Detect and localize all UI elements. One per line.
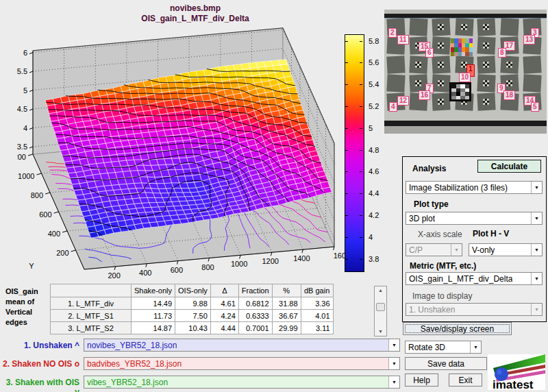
table-cell: 29.99: [272, 322, 301, 334]
svg-text:4: 4: [23, 124, 27, 132]
save-data-label: Save data: [427, 359, 464, 369]
table-cell: 3. L_MTF_S2: [51, 322, 132, 334]
registration-mark: [506, 61, 512, 67]
table-row: 1. L_MTF_div14.499.884.610.681231.883.36: [51, 297, 334, 310]
surface-plot-svg: 2004006008001000120014001600200400600800…: [17, 27, 345, 286]
roi-marker-11: 11: [397, 35, 409, 45]
table-cell: 0.7001: [238, 322, 272, 334]
svg-text:400: 400: [48, 230, 60, 238]
chart-square: [477, 74, 496, 92]
file-row-unshaken: 1. Unshaken ^ novibes_YBR52_18.json ▼: [0, 339, 401, 352]
colorbar-tick: [345, 193, 348, 194]
svg-text:800: 800: [201, 263, 214, 271]
table-cell: 3.11: [301, 322, 333, 334]
plot-type-label: Plot type: [414, 199, 449, 209]
svg-text:5: 5: [23, 86, 27, 95]
imatest-logo-graphic: imatest: [488, 354, 545, 390]
colorbar-tick-label: 4: [369, 233, 373, 241]
chevron-down-icon[interactable]: ▼: [388, 339, 399, 351]
plot-type-select[interactable]: 3D plot ▼: [406, 212, 543, 225]
table-header: OIS-only: [175, 284, 211, 297]
chart-square: [432, 74, 450, 92]
metric-select[interactable]: OIS_gain_L_MTF_div_Delta ▼: [406, 272, 543, 285]
table-cell: 11.73: [132, 310, 175, 322]
rotate-3d-select[interactable]: Rotate 3D ▼: [405, 341, 482, 354]
calculate-button[interactable]: Calculate: [477, 160, 541, 173]
save-data-button[interactable]: Save data: [405, 357, 487, 370]
chevron-down-icon[interactable]: ▼: [531, 304, 542, 315]
results-table: Shake-onlyOIS-onlyΔFraction%dB gain1. L_…: [50, 284, 334, 334]
table-header: Fraction: [238, 284, 272, 297]
roi-marker-10: 10: [459, 73, 471, 82]
chart-bottom-strip: [384, 126, 547, 134]
chart-square: [477, 36, 496, 54]
exit-button[interactable]: Exit: [449, 373, 482, 387]
chevron-down-icon[interactable]: ▼: [451, 244, 462, 256]
registration-mark: [483, 23, 489, 29]
scroll-up-icon[interactable]: ▲: [375, 286, 386, 295]
chart-square: [409, 56, 427, 73]
rotate-3d-value: Rotate 3D: [408, 343, 445, 352]
registration-mark: [461, 23, 467, 29]
table-cell: 10.43: [175, 322, 211, 334]
chart-square: [432, 56, 450, 73]
colorbar-tick-label: 5.2: [369, 102, 379, 110]
registration-mark: [483, 98, 489, 104]
file-select-unshaken[interactable]: novibes_YBR52_18.json ▼: [84, 339, 400, 352]
svg-text:600: 600: [39, 210, 51, 219]
chart-square: [386, 56, 405, 73]
analysis-panel: Analysis Image Stabilization (3 files) ▼…: [402, 156, 547, 322]
scrollbar-thumb[interactable]: [376, 303, 385, 311]
figure-title-line2: OIS_gain_L_MTF_div_Delta: [38, 14, 353, 24]
colorbar-tick-label: 4.4: [369, 189, 379, 197]
save-display-screen-button[interactable]: Save/display screen: [403, 322, 512, 335]
color-checker-patch: [451, 38, 473, 56]
svg-text:400: 400: [139, 269, 151, 277]
grayscale-patch: [449, 82, 471, 101]
registration-mark: [483, 42, 489, 48]
table-header: [51, 284, 132, 297]
colorbar-tick: [345, 106, 348, 107]
registration-mark: [483, 61, 489, 67]
colorbar-tick: [360, 106, 362, 107]
file-row-shaken-no-ois: 2. Shaken NO OIS o badvibes_YBR52_18.jso…: [0, 357, 401, 371]
calculate-button-label: Calculate: [491, 162, 527, 171]
chevron-down-icon[interactable]: ▼: [531, 182, 542, 193]
colorbar-tick: [345, 128, 348, 129]
file-select-shaken-no-ois[interactable]: badvibes_YBR52_18.json ▼: [84, 357, 400, 370]
imatest-logo-text: imatest: [493, 378, 534, 390]
chevron-down-icon[interactable]: ▼: [531, 273, 542, 284]
chart-square: [456, 18, 474, 36]
file-value-shaken-with-ois: vibes_YBR52_18.json: [87, 378, 168, 387]
plot-hv-label: Plot H - V: [473, 229, 509, 238]
x-axis-scale-select[interactable]: C/P ▼: [406, 243, 462, 256]
plot-hv-select[interactable]: V-only ▼: [469, 243, 543, 256]
chevron-down-icon[interactable]: ▼: [531, 212, 542, 224]
registration-mark: [438, 98, 444, 104]
plot-type-select-value: 3D plot: [409, 214, 435, 223]
table-cell: 0.6333: [238, 310, 272, 322]
chevron-down-icon[interactable]: ▼: [531, 244, 542, 256]
surface-3d-plot[interactable]: 2004006008001000120014001600200400600800…: [17, 27, 345, 286]
chevron-down-icon[interactable]: ▼: [388, 376, 399, 388]
colorbar-tick-label: 5.4: [369, 80, 379, 88]
table-scrollbar[interactable]: ▲ ▼: [374, 286, 387, 336]
table-cell: 14.49: [132, 297, 175, 310]
help-button[interactable]: Help: [405, 373, 438, 387]
chart-square: [432, 36, 450, 54]
file-select-shaken-with-ois[interactable]: vibes_YBR52_18.json ▼: [84, 376, 400, 389]
figure-title: novibes.bmp OIS_gain_L_MTF_div_Delta: [38, 3, 353, 24]
analysis-select[interactable]: Image Stabilization (3 files) ▼: [406, 181, 543, 194]
scroll-down-icon[interactable]: ▼: [375, 328, 386, 336]
table-cell: 1. L_MTF_div: [51, 297, 132, 310]
chevron-down-icon[interactable]: ▼: [470, 341, 481, 353]
colorbar-tick-label: 5.6: [369, 58, 379, 66]
svg-text:5.5: 5.5: [17, 67, 27, 75]
colorbar-tick: [360, 193, 362, 194]
registration-mark: [415, 79, 421, 86]
image-to-display-select[interactable]: 1. Unshaken ▼: [406, 303, 543, 316]
analysis-label: Analysis: [412, 164, 446, 173]
imatest-logo: imatest: [488, 354, 545, 390]
chevron-down-icon[interactable]: ▼: [388, 358, 399, 369]
table-cell: 4.61: [210, 297, 238, 310]
